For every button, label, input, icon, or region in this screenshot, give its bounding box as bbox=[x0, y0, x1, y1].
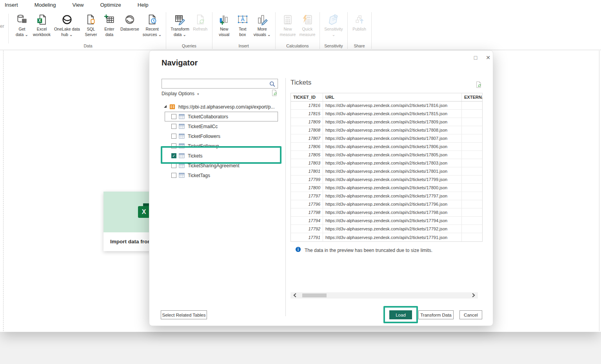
ribbon-button-get-data[interactable]: Getdata ⌄ bbox=[14, 12, 30, 38]
ribbon-tab-insert[interactable]: Insert bbox=[5, 2, 18, 8]
dialog-title: Navigator bbox=[162, 58, 198, 67]
table-tree: TicketCollaboratorsTicketEmailCcTicketFo… bbox=[165, 112, 278, 180]
tree-item-ticketemailcc[interactable]: TicketEmailCc bbox=[165, 121, 278, 131]
ribbon-button-onelake-data-hub[interactable]: OneLake datahub ⌄ bbox=[53, 12, 81, 38]
preview-row: 17794https://d3v-alphaservesp.zendesk.co… bbox=[291, 217, 482, 225]
tree-item-tickettags[interactable]: TicketTags bbox=[165, 170, 278, 180]
scroll-right-icon[interactable] bbox=[472, 293, 475, 297]
source-url: https://pbi-zd.alphaservesp.com/api/expo… bbox=[178, 104, 274, 110]
select-related-tables-button[interactable]: Select Related Tables bbox=[161, 310, 207, 319]
checkbox-tickets[interactable]: ✓ bbox=[171, 153, 176, 158]
sensitivity-icon bbox=[328, 13, 340, 27]
cell-url: https://d3v-alphaservesp.zendesk.com/api… bbox=[323, 225, 462, 233]
ribbon-button-more-visuals[interactable]: Morevisuals ⌄ bbox=[253, 12, 272, 38]
preview-row: 17791https://d3v-alphaservesp.zendesk.co… bbox=[291, 233, 482, 241]
clipped-label-fragment: er bbox=[0, 24, 4, 29]
preview-row: 17808https://d3v-alphaservesp.zendesk.co… bbox=[291, 126, 482, 134]
sql-server-icon bbox=[85, 13, 97, 27]
onelake-data-hub-icon bbox=[61, 13, 73, 27]
ribbon-tab-help[interactable]: Help bbox=[138, 2, 149, 8]
load-button[interactable]: Load bbox=[389, 310, 412, 319]
tree-root-source[interactable]: https://pbi-zd.alphaservesp.com/api/expo… bbox=[162, 102, 279, 112]
transform-data-button[interactable]: Transform Data bbox=[418, 310, 454, 319]
search-input[interactable] bbox=[163, 80, 269, 88]
scroll-left-icon[interactable] bbox=[293, 293, 297, 297]
ribbon-group-label: Insert bbox=[216, 42, 272, 49]
preview-row: 17797https://d3v-alphaservesp.zendesk.co… bbox=[291, 192, 482, 200]
cell-ticket-id: 17805 bbox=[291, 151, 323, 159]
preview-row: 17809https://d3v-alphaservesp.zendesk.co… bbox=[291, 118, 482, 126]
scrollbar-thumb[interactable] bbox=[302, 293, 327, 297]
cell-url: https://d3v-alphaservesp.zendesk.com/api… bbox=[323, 151, 462, 159]
ribbon-tab-optimize[interactable]: Optimize bbox=[100, 2, 121, 8]
ribbon-group-share: PublishShare bbox=[348, 12, 372, 49]
ribbon-tab-modeling[interactable]: Modeling bbox=[34, 2, 56, 8]
publish-icon bbox=[354, 13, 365, 27]
search-box bbox=[162, 79, 278, 89]
close-icon[interactable]: ✕ bbox=[484, 53, 492, 62]
cell-ticket-id: 17808 bbox=[291, 126, 323, 134]
cell-ticket-id: 17796 bbox=[291, 200, 323, 208]
display-options-dropdown[interactable]: Display Options▾ bbox=[162, 91, 199, 96]
cell-url: https://d3v-alphaservesp.zendesk.com/api… bbox=[323, 184, 462, 192]
table-icon bbox=[179, 143, 185, 149]
ribbon-button-refresh: Refresh bbox=[192, 12, 209, 33]
tree-item-ticketfollowup[interactable]: TicketFollowup bbox=[165, 141, 278, 151]
refresh-icon bbox=[194, 13, 206, 27]
new-visual-icon bbox=[218, 13, 230, 27]
tree-item-ticketcollaborators[interactable]: TicketCollaborators bbox=[165, 112, 278, 121]
cell-url: https://d3v-alphaservesp.zendesk.com/api… bbox=[323, 208, 462, 216]
ribbon-button-transform-data[interactable]: Transformdata ⌄ bbox=[170, 12, 190, 38]
data-source-icon bbox=[169, 104, 175, 110]
checkbox-ticketsharingagreement[interactable] bbox=[171, 163, 176, 168]
column-header-url: URL bbox=[323, 93, 462, 101]
ribbon-group-calculations: NewmeasureQuickmeasureCalculations bbox=[276, 12, 320, 49]
checkbox-ticketcollaborators[interactable] bbox=[171, 114, 176, 119]
ribbon-button-sql-server[interactable]: SQLServer bbox=[83, 12, 99, 38]
expand-triangle-icon[interactable] bbox=[164, 105, 167, 108]
column-header-ticket-id: TICKET_ID bbox=[291, 93, 323, 101]
refresh-preview-icon[interactable] bbox=[475, 81, 482, 90]
ribbon-button-excel-workbook[interactable]: XExcelworkbook bbox=[32, 12, 51, 38]
column-header-external: EXTERNAL_ bbox=[462, 93, 482, 101]
ribbon-button-recent-sources[interactable]: Recentsources ⌄ bbox=[142, 12, 162, 38]
ribbon-tabs: InsertModelingViewOptimizeHelp bbox=[5, 2, 165, 8]
cell-url: https://d3v-alphaservesp.zendesk.com/api… bbox=[323, 233, 462, 241]
cell-ticket-id: 17801 bbox=[291, 167, 323, 175]
preview-row: 17815https://d3v-alphaservesp.zendesk.co… bbox=[291, 110, 482, 118]
ribbon-group-label: Data bbox=[14, 42, 162, 49]
cancel-button[interactable]: Cancel bbox=[459, 310, 482, 319]
ribbon-button-new-visual[interactable]: Newvisual bbox=[216, 12, 232, 38]
ribbon-button-enter-data[interactable]: Enterdata bbox=[101, 12, 118, 38]
excel-icon: X bbox=[138, 206, 150, 218]
checkbox-tickettags[interactable] bbox=[171, 173, 176, 178]
horizontal-scrollbar[interactable] bbox=[291, 292, 478, 299]
table-icon bbox=[179, 114, 185, 120]
tree-item-ticketfollowers[interactable]: TicketFollowers bbox=[165, 131, 278, 141]
cell-ticket-id: 17806 bbox=[291, 143, 323, 150]
tree-item-tickets[interactable]: ✓Tickets bbox=[165, 151, 278, 161]
pane-divider bbox=[285, 78, 286, 316]
transform-data-icon bbox=[174, 13, 186, 27]
ribbon-tab-view[interactable]: View bbox=[73, 2, 84, 8]
navigator-dialog: Navigator □ ✕ Display Options▾ https://p… bbox=[149, 50, 493, 326]
checkbox-ticketfollowers[interactable] bbox=[171, 134, 176, 139]
checkbox-ticketemailcc[interactable] bbox=[171, 124, 176, 129]
preview-row: 17807https://d3v-alphaservesp.zendesk.co… bbox=[291, 134, 482, 143]
enter-data-icon bbox=[103, 13, 115, 27]
tree-item-ticketsharingagreement[interactable]: TicketSharingAgreement bbox=[165, 161, 278, 170]
ribbon-button-dataverse[interactable]: Dataverse bbox=[120, 12, 140, 33]
table-icon bbox=[179, 163, 185, 168]
cell-external bbox=[462, 126, 482, 134]
ribbon-button-text-box[interactable]: ATextbox bbox=[234, 12, 251, 38]
ribbon-group-queries: Transformdata ⌄RefreshQueries bbox=[166, 12, 212, 49]
refresh-tree-icon[interactable] bbox=[271, 89, 278, 98]
tree-item-label: TicketEmailCc bbox=[188, 124, 218, 129]
ribbon-button-new-measure: Newmeasure bbox=[279, 12, 297, 38]
get-data-icon bbox=[16, 13, 28, 27]
maximize-icon[interactable]: □ bbox=[471, 53, 480, 62]
checkbox-ticketfollowup[interactable] bbox=[171, 143, 176, 148]
cell-url: https://d3v-alphaservesp.zendesk.com/api… bbox=[323, 159, 462, 167]
cell-url: https://d3v-alphaservesp.zendesk.com/api… bbox=[323, 192, 462, 200]
tree-item-label: TicketFollowers bbox=[188, 134, 220, 139]
